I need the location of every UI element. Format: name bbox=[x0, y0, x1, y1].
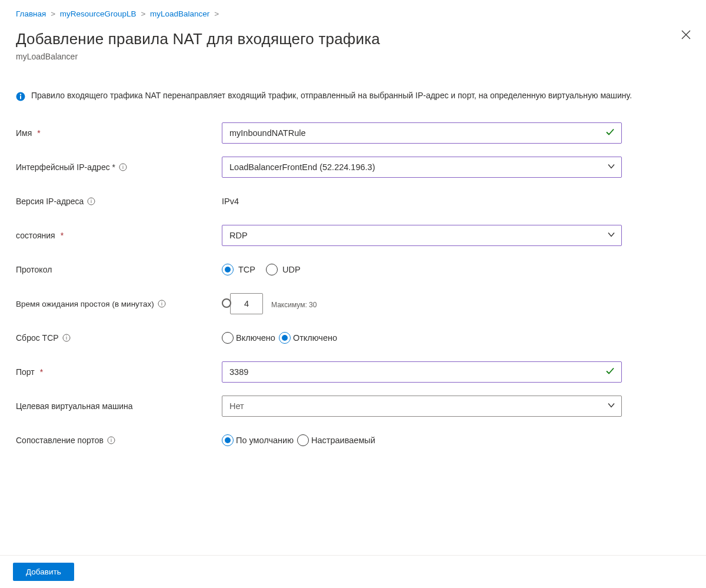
row-ip-version: Версия IP-адреса i IPv4 bbox=[0, 190, 706, 213]
frontend-ip-value: LoadBalancerFrontEnd (52.224.196.3) bbox=[229, 162, 375, 172]
tcp-reset-radio-group: Включено Отключено bbox=[222, 332, 622, 344]
protocol-udp-label: UDP bbox=[282, 265, 301, 274]
chevron-right-icon: > bbox=[51, 9, 55, 18]
add-button[interactable]: Добавить bbox=[13, 563, 74, 581]
label-idle-timeout: Время ожидания простоя (в минутах) bbox=[16, 300, 154, 308]
tcp-reset-off-label: Отключено bbox=[293, 333, 337, 343]
breadcrumb: Главная > myResourceGroupLB > myLoadBala… bbox=[0, 0, 706, 18]
info-text: Правило входящего трафика NAT перенаправ… bbox=[31, 91, 632, 100]
help-icon[interactable]: i bbox=[107, 436, 115, 444]
row-service: состояния * RDP bbox=[0, 224, 706, 247]
protocol-udp-radio[interactable]: UDP bbox=[266, 264, 301, 275]
label-frontend-ip: Интерфейсный IP-адрес * bbox=[16, 162, 115, 172]
svg-text:i: i bbox=[122, 164, 124, 170]
row-idle-timeout: Время ожидания простоя (в минутах) i 4 М… bbox=[0, 292, 706, 315]
chevron-right-icon: > bbox=[214, 9, 219, 18]
page-header: Добавление правила NAT для входящего тра… bbox=[0, 18, 706, 61]
svg-text:i: i bbox=[111, 437, 112, 443]
page-title: Добавление правила NAT для входящего тра… bbox=[16, 30, 690, 48]
slider-thumb[interactable] bbox=[222, 298, 231, 308]
label-protocol: Протокол bbox=[16, 265, 52, 274]
tcp-reset-off-radio[interactable]: Отключено bbox=[279, 332, 337, 344]
chevron-down-icon bbox=[607, 401, 615, 411]
row-protocol: Протокол TCP UDP bbox=[0, 258, 706, 281]
idle-timeout-value[interactable]: 4 bbox=[230, 293, 263, 314]
row-target-vm: Целевая виртуальная машина Нет bbox=[0, 394, 706, 418]
close-button[interactable] bbox=[680, 29, 692, 41]
svg-point-1 bbox=[20, 94, 21, 95]
port-mapping-custom-radio[interactable]: Настраиваемый bbox=[297, 434, 375, 446]
tcp-reset-on-label: Включено bbox=[236, 333, 275, 343]
row-port: Порт * 3389 bbox=[0, 360, 706, 384]
breadcrumb-resource[interactable]: myLoadBalancer bbox=[150, 9, 209, 18]
close-icon bbox=[680, 29, 692, 41]
label-port-mapping: Сопоставление портов bbox=[16, 436, 104, 445]
protocol-tcp-label: TCP bbox=[238, 265, 255, 274]
chevron-down-icon bbox=[607, 231, 615, 241]
svg-text:i: i bbox=[161, 301, 162, 307]
help-icon[interactable]: i bbox=[87, 197, 95, 205]
breadcrumb-home[interactable]: Главная bbox=[16, 9, 46, 18]
row-port-mapping: Сопоставление портов i По умолчанию Наст… bbox=[0, 428, 706, 452]
chevron-down-icon bbox=[607, 162, 615, 172]
chevron-right-icon: > bbox=[141, 9, 145, 18]
port-mapping-default-radio[interactable]: По умолчанию bbox=[222, 434, 294, 446]
protocol-radio-group: TCP UDP bbox=[222, 264, 622, 275]
breadcrumb-group[interactable]: myResourceGroupLB bbox=[60, 9, 136, 18]
help-icon[interactable]: i bbox=[158, 300, 166, 308]
row-frontend-ip: Интерфейсный IP-адрес * i LoadBalancerFr… bbox=[0, 155, 706, 179]
info-banner: Правило входящего трафика NAT перенаправ… bbox=[16, 91, 690, 101]
ip-version-value: IPv4 bbox=[222, 197, 239, 206]
help-icon[interactable]: i bbox=[62, 334, 71, 342]
name-input[interactable]: myInboundNATRule bbox=[222, 122, 622, 144]
service-select[interactable]: RDP bbox=[222, 225, 622, 246]
required-indicator: * bbox=[37, 128, 40, 138]
port-mapping-radio-group: По умолчанию Настраиваемый bbox=[222, 434, 622, 446]
port-mapping-custom-label: Настраиваемый bbox=[311, 436, 375, 445]
nat-rule-form: Имя * myInboundNATRule Интерфейсный IP-а… bbox=[0, 121, 706, 452]
port-input[interactable]: 3389 bbox=[222, 361, 622, 383]
svg-text:i: i bbox=[91, 198, 92, 204]
label-port: Порт bbox=[16, 367, 35, 377]
check-icon bbox=[605, 127, 615, 139]
label-target-vm: Целевая виртуальная машина bbox=[16, 401, 133, 411]
frontend-ip-select[interactable]: LoadBalancerFrontEnd (52.224.196.3) bbox=[222, 157, 622, 178]
target-vm-select[interactable]: Нет bbox=[222, 396, 622, 417]
required-indicator: * bbox=[61, 231, 64, 240]
row-name: Имя * myInboundNATRule bbox=[0, 121, 706, 145]
tcp-reset-on-radio[interactable]: Включено bbox=[222, 332, 275, 344]
protocol-tcp-radio[interactable]: TCP bbox=[222, 264, 255, 275]
row-tcp-reset: Сброс TCP i Включено Отключено bbox=[0, 326, 706, 350]
svg-rect-2 bbox=[20, 96, 21, 99]
target-vm-value: Нет bbox=[229, 401, 244, 411]
help-icon[interactable]: i bbox=[119, 163, 127, 171]
svg-text:i: i bbox=[66, 335, 67, 341]
port-mapping-default-label: По умолчанию bbox=[236, 436, 294, 445]
required-indicator: * bbox=[40, 367, 43, 377]
check-icon bbox=[605, 366, 615, 378]
info-icon bbox=[16, 92, 25, 101]
service-value: RDP bbox=[229, 231, 248, 240]
label-service: состояния bbox=[16, 231, 55, 240]
label-ip-version: Версия IP-адреса bbox=[16, 197, 84, 206]
page-subtitle: myLoadBalancer bbox=[16, 52, 690, 61]
idle-timeout-hint: Максимум: 30 bbox=[271, 301, 317, 309]
label-tcp-reset: Сброс TCP bbox=[16, 333, 59, 343]
label-name: Имя bbox=[16, 128, 32, 138]
name-value: myInboundNATRule bbox=[229, 128, 306, 138]
page-footer: Добавить bbox=[0, 555, 706, 588]
port-value: 3389 bbox=[229, 367, 248, 377]
